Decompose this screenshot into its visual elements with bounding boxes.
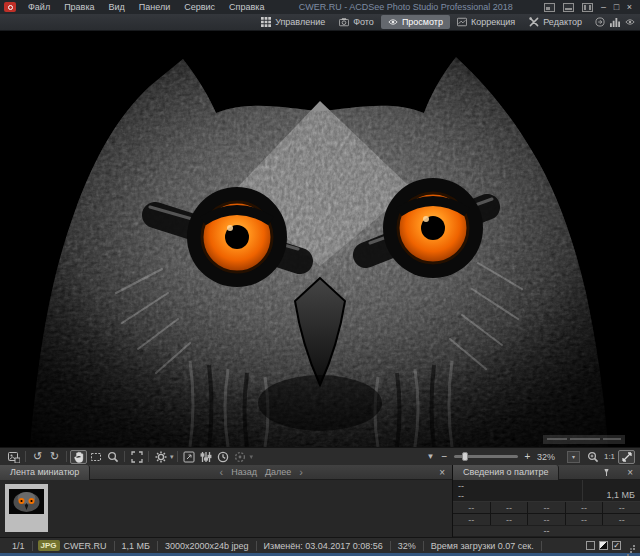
zoom-percent-value: 32%	[537, 452, 563, 462]
palette-cell: --	[453, 502, 490, 513]
palette-cell: --	[566, 502, 603, 513]
filmstrip-tab[interactable]: Лента миниатюр	[0, 465, 90, 480]
status-bar: 1/1 JPG CWER.RU 1,1 МБ 3000x2000x24b jpe…	[0, 537, 640, 553]
title-bar: Файл Правка Вид Панели Сервис Справка CW…	[0, 0, 640, 14]
palette-cell: --	[491, 514, 528, 525]
palette-cell: --	[566, 514, 603, 525]
status-square-icon[interactable]	[586, 541, 595, 550]
zoom-in-button[interactable]: +	[522, 451, 533, 462]
camera-icon	[339, 17, 349, 27]
mode-edit-label: Редактор	[543, 17, 582, 27]
editor-tools-icon	[529, 17, 539, 27]
mode-view-label: Просмотр	[402, 17, 443, 27]
rotate-left-icon[interactable]: ↺	[29, 450, 46, 464]
mode-manage-button[interactable]: Управление	[254, 15, 332, 29]
status-position: 1/1	[5, 541, 32, 551]
panel-collapse-icon[interactable]: ▼	[422, 450, 439, 464]
zoom-preset-dropdown[interactable]: ▾	[567, 451, 580, 463]
grid-icon	[261, 17, 271, 27]
mode-develop-label: Коррекция	[471, 17, 515, 27]
mode-edit-button[interactable]: Редактор	[522, 15, 589, 29]
palette-info-panel: Сведения о палитре × -- -- 1,1 МБ -- -- …	[453, 465, 640, 537]
menu-tools[interactable]: Сервис	[177, 2, 222, 12]
select-tool-icon[interactable]	[87, 450, 104, 464]
palette-cell: --	[453, 514, 490, 525]
palette-footer-value: --	[544, 526, 550, 536]
auto-advance-caret[interactable]: ▾	[250, 453, 254, 461]
auto-advance-icon[interactable]	[232, 450, 249, 464]
zoom-slider[interactable]	[454, 455, 518, 458]
histogram-icon[interactable]	[610, 17, 620, 27]
eye-icon	[388, 17, 398, 27]
gear-dropdown-caret[interactable]: ▾	[170, 453, 174, 461]
actual-size-button[interactable]: 1:1	[601, 450, 618, 464]
image-viewer[interactable]	[0, 31, 640, 447]
palette-tab[interactable]: Сведения о палитре	[453, 465, 559, 480]
pin-icon[interactable]	[595, 468, 618, 477]
status-dimensions: 3000x2000x24b jpeg	[158, 541, 256, 551]
forward-button[interactable]: Далее	[265, 467, 291, 477]
minimize-button[interactable]: –	[597, 1, 610, 13]
rotate-right-icon[interactable]: ↻	[46, 450, 63, 464]
zoom-slider-knob[interactable]	[462, 452, 468, 461]
save-as-icon[interactable]	[5, 450, 22, 464]
status-checkbox-icon[interactable]: ✓	[612, 541, 621, 550]
develop-icon	[457, 17, 467, 27]
watermark	[543, 435, 625, 444]
mode-photos-button[interactable]: Фото	[332, 15, 381, 29]
menu-help[interactable]: Справка	[222, 2, 271, 12]
fit-image-button[interactable]	[618, 450, 635, 464]
palette-cell: --	[491, 502, 528, 513]
slideshow-timer-icon[interactable]	[215, 450, 232, 464]
app-icon	[4, 2, 16, 12]
zoom-out-button[interactable]: −	[439, 451, 450, 462]
pan-tool-icon[interactable]	[70, 450, 87, 464]
status-zoom: 32%	[391, 541, 423, 551]
mode-photos-label: Фото	[353, 17, 374, 27]
palette-summary: -- -- 1,1 МБ	[453, 480, 640, 502]
menu-panels[interactable]: Панели	[132, 2, 177, 12]
status-filesize: 1,1 МБ	[115, 541, 157, 551]
menu-view[interactable]: Вид	[102, 2, 132, 12]
thumbnail-owl-image	[9, 489, 44, 514]
filmstrip-close-icon[interactable]: ×	[432, 467, 452, 478]
window-title: CWER.RU - ACDSee Photo Studio Profession…	[271, 2, 540, 12]
status-contrast-icon[interactable]	[599, 541, 608, 550]
palette-header: Сведения о палитре ×	[453, 465, 640, 480]
palette-line-2: --	[458, 491, 577, 501]
settings-gear-icon[interactable]	[152, 450, 169, 464]
acdsee-365-icon[interactable]	[595, 17, 605, 27]
back-chevron-icon[interactable]: ‹	[219, 466, 223, 478]
mode-develop-button[interactable]: Коррекция	[450, 15, 522, 29]
zoom-tool-icon[interactable]	[104, 450, 121, 464]
mode-view-button[interactable]: Просмотр	[381, 15, 450, 29]
filters-sliders-icon[interactable]	[198, 450, 215, 464]
bottom-panels: Лента миниатюр ‹ Назад Далее › ×	[0, 465, 640, 537]
palette-cell: --	[603, 502, 640, 513]
zoom-in-lens-icon[interactable]	[584, 450, 601, 464]
resize-grip[interactable]	[627, 542, 635, 550]
menu-edit[interactable]: Правка	[57, 2, 101, 12]
palette-file-size: 1,1 МБ	[607, 490, 635, 500]
owl-photo	[0, 31, 640, 447]
filmstrip-panel: Лента миниатюр ‹ Назад Далее › ×	[0, 465, 453, 537]
palette-close-icon[interactable]: ×	[620, 467, 640, 478]
close-button[interactable]: ×	[623, 1, 636, 13]
quick-view-eye-icon[interactable]	[625, 17, 635, 27]
palette-footer: --	[453, 526, 640, 536]
forward-chevron-icon[interactable]: ›	[299, 466, 303, 478]
palette-grid: -- -- -- -- -- -- -- -- -- --	[453, 502, 640, 525]
back-button[interactable]: Назад	[231, 467, 257, 477]
layout-toggle-2-icon[interactable]	[563, 3, 574, 12]
thumbnail-selected[interactable]	[5, 484, 48, 532]
menu-file[interactable]: Файл	[21, 2, 57, 12]
layout-toggle-1-icon[interactable]	[544, 3, 555, 12]
filmstrip-body	[0, 480, 452, 537]
fullscreen-icon[interactable]	[128, 450, 145, 464]
status-loadtime: Время загрузки 0.07 сек.	[424, 541, 541, 551]
external-editor-icon[interactable]	[181, 450, 198, 464]
format-badge: JPG	[38, 540, 60, 551]
maximize-button[interactable]: □	[610, 1, 623, 13]
layout-toggle-3-icon[interactable]	[582, 3, 593, 12]
palette-cell: --	[528, 502, 565, 513]
